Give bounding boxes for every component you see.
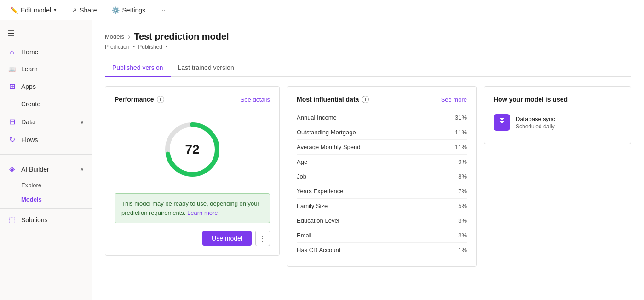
cards-row: Performance i See details 72: [105, 86, 631, 267]
usage-item: 🗄 Database sync Scheduled daily: [494, 110, 621, 134]
tab-last-trained-version[interactable]: Last trained version: [171, 59, 242, 77]
data-chevron-icon: ∨: [80, 119, 84, 125]
data-row: Has CD Account 1%: [297, 243, 467, 257]
page-subtitle: Prediction • Published •: [105, 44, 631, 50]
data-row: Average Monthly Spend 11%: [297, 140, 467, 155]
sidebar-item-flows[interactable]: ↻ Flows: [0, 131, 92, 149]
data-row: Family Size 5%: [297, 199, 467, 213]
data-icon: ⊟: [7, 117, 17, 126]
breadcrumb: Models › Test prediction model: [105, 31, 631, 42]
data-row: Age 9%: [297, 155, 467, 169]
sidebar-sub-item-models[interactable]: Models: [0, 192, 92, 207]
sidebar-item-data[interactable]: ⊟ Data ∨: [0, 113, 92, 131]
chevron-down-icon: ▾: [54, 7, 57, 13]
breadcrumb-separator: ›: [128, 33, 130, 41]
data-row: Annual Income 31%: [297, 110, 467, 125]
sidebar: ☰ ⌂ Home 📖 Learn ⊞ Apps + Create ⊟ Data …: [0, 20, 92, 300]
donut-chart: 72: [162, 120, 222, 179]
data-row: Email 3%: [297, 228, 467, 243]
sidebar-item-learn[interactable]: 📖 Learn: [0, 61, 92, 77]
usage-info: Database sync Scheduled daily: [516, 115, 555, 130]
info-box: This model may be ready to use, dependin…: [115, 193, 270, 223]
sidebar-item-solutions[interactable]: ⬚ Solutions: [0, 211, 92, 229]
edit-model-button[interactable]: ✏️ Edit model ▾: [7, 5, 59, 16]
solutions-icon: ⬚: [7, 215, 17, 224]
performance-info-icon[interactable]: i: [157, 96, 164, 103]
usage-card-header: How your model is used: [494, 96, 621, 103]
donut-score-label: 72: [185, 142, 199, 157]
sidebar-sub-item-explore[interactable]: Explore: [0, 178, 92, 192]
settings-button[interactable]: ⚙️ Settings: [109, 5, 149, 16]
share-button[interactable]: ↗ Share: [69, 5, 99, 16]
learn-icon: 📖: [7, 66, 17, 73]
usage-card: How your model is used 🗄 Database sync S…: [484, 86, 631, 144]
tab-bar: Published version Last trained version: [105, 59, 631, 77]
data-row: Years Experience 7%: [297, 184, 467, 199]
use-model-button[interactable]: Use model: [202, 231, 252, 246]
ai-builder-icon: ◈: [7, 165, 17, 173]
donut-chart-container: 72: [115, 110, 270, 193]
performance-card-header: Performance i See details: [115, 96, 270, 103]
influential-card-header: Most influential data i See more: [297, 96, 467, 103]
data-row: Job 8%: [297, 169, 467, 184]
content-area: Models › Test prediction model Predictio…: [92, 20, 644, 300]
share-icon: ↗: [71, 6, 77, 14]
edit-icon: ✏️: [10, 6, 18, 14]
usage-card-title: How your model is used: [494, 96, 568, 103]
sidebar-divider: [0, 154, 92, 155]
influential-data-list: Annual Income 31% Outstanding Mortgage 1…: [297, 110, 467, 257]
sidebar-item-home[interactable]: ⌂ Home: [0, 43, 92, 61]
more-options-icon: ⋮: [259, 234, 266, 243]
influential-data-card: Most influential data i See more Annual …: [287, 86, 477, 267]
performance-card-title: Performance i: [115, 96, 164, 103]
learn-more-link[interactable]: Learn more: [187, 209, 218, 216]
ai-builder-chevron-icon: ∧: [80, 166, 84, 173]
page-title: Test prediction model: [134, 31, 229, 42]
create-icon: +: [7, 100, 17, 108]
apps-icon: ⊞: [7, 82, 17, 91]
hamburger-button[interactable]: ☰: [0, 24, 92, 43]
toolbar: ✏️ Edit model ▾ ↗ Share ⚙️ Settings ···: [0, 0, 644, 20]
see-more-link[interactable]: See more: [441, 96, 467, 103]
sidebar-item-apps[interactable]: ⊞ Apps: [0, 77, 92, 95]
flows-icon: ↻: [7, 135, 17, 144]
influential-card-title: Most influential data i: [297, 96, 369, 103]
sidebar-item-create[interactable]: + Create: [0, 95, 92, 113]
database-sync-icon: 🗄: [494, 114, 510, 131]
more-options-button[interactable]: ⋮: [255, 231, 270, 246]
performance-card: Performance i See details 72: [105, 86, 280, 256]
breadcrumb-models-link[interactable]: Models: [105, 33, 124, 40]
sidebar-item-ai-builder[interactable]: ◈ AI Builder ∧: [0, 160, 92, 178]
home-icon: ⌂: [7, 48, 17, 56]
settings-icon: ⚙️: [112, 6, 120, 14]
data-row: Education Level 3%: [297, 213, 467, 228]
performance-card-footer: Use model ⋮: [115, 231, 270, 246]
influential-info-icon[interactable]: i: [362, 96, 369, 103]
hamburger-icon: ☰: [7, 29, 15, 39]
sidebar-divider-2: [0, 208, 92, 209]
more-button[interactable]: ···: [157, 5, 168, 16]
data-row: Outstanding Mortgage 11%: [297, 125, 467, 140]
see-details-link[interactable]: See details: [241, 96, 270, 103]
tab-published-version[interactable]: Published version: [105, 59, 171, 77]
main-layout: ☰ ⌂ Home 📖 Learn ⊞ Apps + Create ⊟ Data …: [0, 20, 644, 300]
